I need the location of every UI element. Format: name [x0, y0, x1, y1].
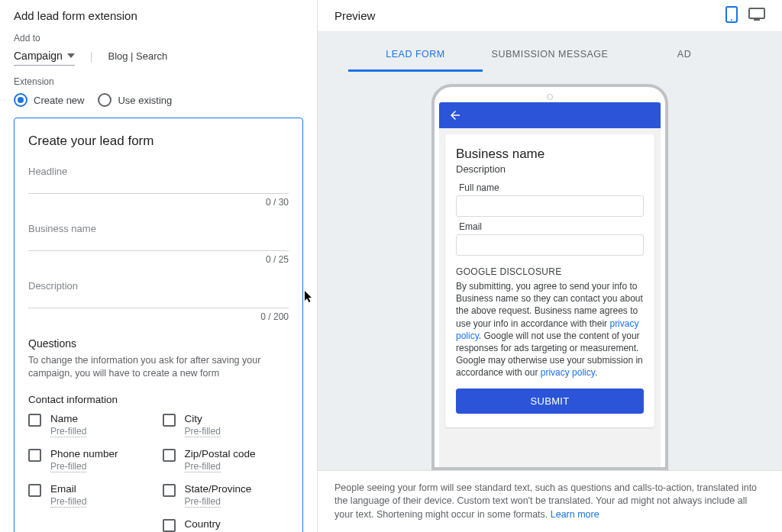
- preview-email-input: [456, 234, 644, 256]
- learn-more-link[interactable]: Learn more: [551, 509, 599, 520]
- add-to-label: Add to: [14, 33, 303, 44]
- checkbox-state[interactable]: State/Province Pre-filled: [163, 483, 289, 508]
- checkbox-label: Zip/Postal code: [185, 448, 256, 459]
- footer-note: People seeing your form will see standar…: [318, 470, 782, 533]
- radio-label: Create new: [34, 95, 84, 106]
- campaign-select[interactable]: Campaign: [14, 47, 75, 66]
- add-to-row: Campaign | Blog | Search: [14, 47, 303, 66]
- radio-label: Use existing: [118, 95, 172, 106]
- checkbox-name[interactable]: Name Pre-filled: [28, 413, 155, 437]
- checkbox-icon: [163, 519, 176, 532]
- preview-fullname-label: Full name: [459, 182, 644, 193]
- divider: |: [90, 50, 93, 63]
- description-field[interactable]: Description 0 / 200: [28, 280, 289, 322]
- phone-topbar: [439, 102, 661, 128]
- tab-ad[interactable]: AD: [617, 43, 751, 72]
- campaign-value: Blog | Search: [108, 50, 167, 62]
- prefilled-hint: Pre-filled: [185, 461, 221, 472]
- phone-preview-wrap: Business name Description Full name Emai…: [318, 72, 782, 470]
- char-counter: 0 / 200: [28, 311, 289, 322]
- phone-notch: [439, 92, 661, 102]
- contact-grid: Name Pre-filled Phone number Pre-filled …: [28, 413, 289, 532]
- svg-rect-3: [754, 19, 760, 21]
- disclosure-text: By submitting, you agree to send your in…: [456, 280, 644, 379]
- checkbox-country[interactable]: Country Pre-filled: [163, 518, 289, 532]
- checkbox-label: Email: [50, 483, 86, 495]
- business-name-field[interactable]: Business name 0 / 25: [28, 223, 289, 265]
- preview-title: Preview: [334, 9, 725, 22]
- svg-rect-2: [749, 8, 764, 18]
- form-card-title: Create your lead form: [28, 134, 289, 149]
- prefilled-hint: Pre-filled: [50, 496, 86, 508]
- checkbox-icon: [28, 414, 41, 427]
- contact-info-heading: Contact information: [28, 394, 289, 405]
- extension-radio-group: Create new Use existing: [14, 93, 303, 107]
- preview-panel: Preview LEAD FORM SUBMISSION MESSAGE AD: [317, 0, 782, 532]
- back-arrow-icon: [448, 108, 462, 122]
- checkbox-icon: [163, 449, 176, 462]
- checkbox-email[interactable]: Email Pre-filled: [28, 483, 155, 508]
- field-label: Headline: [28, 166, 289, 177]
- checkbox-label: Country: [185, 518, 221, 530]
- preview-email-label: Email: [459, 221, 644, 232]
- questions-heading: Questions: [28, 337, 289, 350]
- page-title: Add lead form extension: [14, 9, 303, 22]
- checkbox-icon: [163, 414, 176, 427]
- preview-description: Description: [456, 163, 644, 175]
- preview-tabs: LEAD FORM SUBMISSION MESSAGE AD: [348, 43, 751, 72]
- radio-create-new[interactable]: Create new: [14, 93, 84, 107]
- device-toggle: [725, 6, 765, 25]
- preview-header: Preview: [318, 0, 782, 32]
- checkbox-icon: [28, 484, 41, 497]
- lead-form-card: Create your lead form Headline 0 / 30 Bu…: [14, 118, 303, 532]
- headline-field[interactable]: Headline 0 / 30: [28, 166, 289, 208]
- preview-business-name: Business name: [456, 147, 644, 162]
- preview-fullname-input: [456, 195, 644, 217]
- chevron-down-icon: [67, 53, 75, 58]
- mobile-icon[interactable]: [725, 6, 738, 25]
- prefilled-hint: Pre-filled: [185, 496, 221, 508]
- char-counter: 0 / 25: [28, 254, 289, 265]
- editor-panel: Add lead form extension Add to Campaign …: [0, 0, 317, 532]
- questions-hint: To change the information you ask for af…: [28, 354, 289, 380]
- svg-point-1: [731, 19, 732, 21]
- field-label: Description: [28, 280, 289, 292]
- desktop-icon[interactable]: [748, 8, 765, 24]
- radio-icon: [14, 93, 27, 107]
- extension-label: Extension: [14, 76, 303, 87]
- checkbox-phone[interactable]: Phone number Pre-filled: [28, 448, 155, 472]
- checkbox-zip[interactable]: Zip/Postal code Pre-filled: [163, 448, 289, 472]
- checkbox-label: Name: [50, 413, 86, 424]
- disclosure-heading: GOOGLE DISCLOSURE: [456, 266, 644, 277]
- checkbox-label: City: [185, 413, 221, 424]
- preview-submit-button: SUBMIT: [456, 389, 644, 414]
- campaign-select-label: Campaign: [14, 50, 63, 62]
- radio-icon: [98, 93, 111, 107]
- checkbox-icon: [28, 449, 41, 462]
- preview-body: LEAD FORM SUBMISSION MESSAGE AD Business…: [318, 32, 782, 470]
- prefilled-hint: Pre-filled: [185, 426, 221, 437]
- tab-lead-form[interactable]: LEAD FORM: [348, 43, 483, 72]
- tab-submission-message[interactable]: SUBMISSION MESSAGE: [483, 43, 617, 72]
- field-label: Business name: [28, 223, 289, 234]
- checkbox-icon: [163, 484, 176, 497]
- char-counter: 0 / 30: [28, 197, 289, 208]
- prefilled-hint: Pre-filled: [50, 461, 86, 472]
- phone-content: Business name Description Full name Emai…: [439, 128, 661, 467]
- prefilled-hint: Pre-filled: [50, 426, 86, 437]
- form-preview-card: Business name Description Full name Emai…: [445, 134, 654, 427]
- checkbox-label: State/Province: [185, 483, 252, 495]
- privacy-policy-link: privacy policy: [541, 367, 595, 378]
- checkbox-city[interactable]: City Pre-filled: [163, 413, 289, 437]
- checkbox-label: Phone number: [50, 448, 118, 459]
- radio-use-existing[interactable]: Use existing: [98, 93, 172, 107]
- phone-frame: Business name Description Full name Emai…: [431, 84, 668, 470]
